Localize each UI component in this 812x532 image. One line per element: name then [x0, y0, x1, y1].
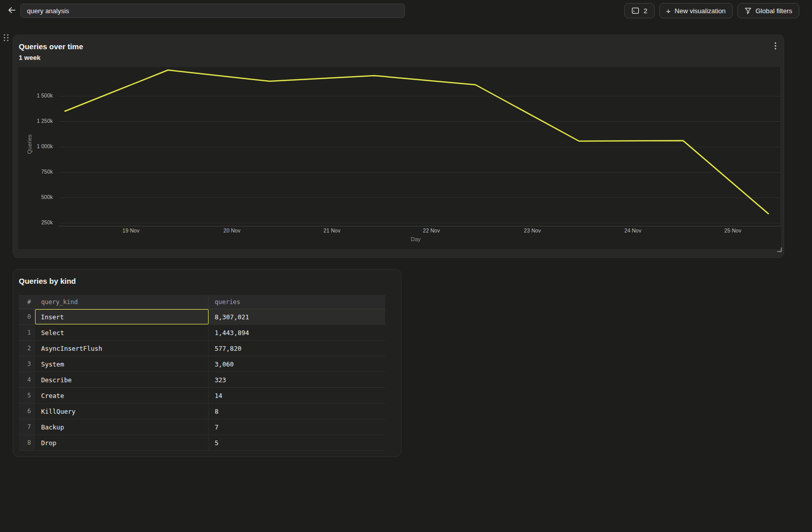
queries-count-cell[interactable]: 5	[209, 435, 385, 450]
table-row: 0Insert8,307,021	[19, 309, 385, 325]
panel-drag-handle-icon[interactable]	[3, 34, 10, 44]
y-gridline	[59, 121, 781, 122]
table-row: 1Select1,443,894	[19, 325, 385, 341]
console-count: 2	[644, 7, 647, 15]
y-tick-label: 1 500k	[18, 92, 53, 98]
table-row: 4Describe323	[19, 372, 385, 388]
y-gridline	[59, 96, 781, 96]
query-kind-cell[interactable]: Backup	[35, 419, 209, 435]
top-bar: 2 + New visualization Global filters	[0, 0, 812, 21]
table-row: 8Drop5	[19, 435, 385, 451]
table-row: 2AsyncInsertFlush577,820	[19, 341, 385, 356]
row-index-cell: 7	[19, 419, 35, 435]
query-kind-cell[interactable]: Select	[35, 325, 209, 340]
column-header-index[interactable]: #	[19, 295, 35, 309]
back-button[interactable]	[4, 3, 19, 18]
x-tick-label: 19 Nov	[116, 227, 146, 234]
queries-count-cell[interactable]: 577,820	[209, 341, 385, 356]
query-kind-cell[interactable]: Drop	[35, 435, 209, 450]
row-index-cell: 8	[19, 435, 35, 450]
queries-line-series	[18, 67, 781, 249]
plus-icon: +	[666, 7, 671, 15]
global-filters-label: Global filters	[756, 7, 792, 15]
new-visualization-label: New visualization	[674, 7, 725, 15]
y-tick-label: 250k	[18, 219, 53, 225]
row-index-cell: 4	[19, 372, 35, 387]
kebab-vertical-icon	[774, 44, 776, 51]
queries-count-cell[interactable]: 8	[209, 404, 385, 419]
y-tick-label: 500k	[18, 194, 53, 200]
query-kind-cell[interactable]: System	[35, 356, 209, 372]
arrow-left-icon	[8, 6, 16, 16]
query-kind-cell[interactable]: Insert	[35, 309, 209, 324]
global-filters-button[interactable]: Global filters	[737, 3, 799, 18]
query-kind-cell[interactable]: Describe	[35, 372, 209, 387]
column-header-query_kind[interactable]: query_kind	[35, 295, 209, 309]
queries-count-cell[interactable]: 323	[209, 372, 385, 387]
row-index-cell: 3	[19, 356, 35, 372]
x-tick-label: 24 Nov	[618, 227, 648, 234]
y-gridline	[59, 223, 781, 223]
y-gridline	[59, 172, 781, 173]
table-row: 6KillQuery8	[19, 404, 385, 419]
query-kind-cell[interactable]: AsyncInsertFlush	[35, 341, 209, 356]
queries-count-cell[interactable]: 1,443,894	[209, 325, 385, 340]
new-visualization-button[interactable]: + New visualization	[659, 3, 733, 18]
table-panel: Queries by kind #query_kindqueries0Inser…	[13, 269, 401, 457]
x-tick-label: 25 Nov	[718, 227, 748, 234]
row-index-cell: 6	[19, 404, 35, 419]
query-kind-cell[interactable]: Create	[35, 388, 209, 403]
y-gridline	[59, 197, 781, 198]
queries-by-kind-table: #query_kindqueries0Insert8,307,0211Selec…	[19, 295, 385, 451]
y-tick-label: 750k	[18, 169, 53, 175]
table-row: 7Backup7	[19, 419, 385, 435]
table-row: 3System3,060	[19, 356, 385, 372]
queries-count-cell[interactable]: 3,060	[209, 356, 385, 372]
y-tick-label: 1 000k	[18, 143, 53, 149]
queries-count-cell[interactable]: 8,307,021	[209, 309, 385, 324]
x-tick-label: 21 Nov	[317, 227, 347, 234]
panel-resize-handle[interactable]	[776, 245, 782, 254]
chart-subtitle: 1 week	[19, 54, 83, 61]
chart-panel: Queries over time 1 week Queries Day 1 5…	[13, 35, 784, 258]
column-header-queries[interactable]: queries	[209, 295, 385, 309]
topbar-actions: 2 + New visualization Global filters	[624, 3, 799, 18]
table-panel-header: Queries by kind	[19, 277, 76, 285]
funnel-icon	[745, 7, 752, 14]
row-index-cell: 5	[19, 388, 35, 403]
table-header-row: #query_kindqueries	[19, 295, 385, 309]
queries-count-cell[interactable]: 14	[209, 388, 385, 403]
chart-menu-button[interactable]	[772, 40, 779, 53]
table-title: Queries by kind	[19, 277, 76, 285]
y-tick-label: 1 250k	[18, 118, 53, 124]
x-tick-label: 23 Nov	[517, 227, 548, 234]
query-kind-cell[interactable]: KillQuery	[35, 404, 209, 419]
line-chart-plot-area[interactable]: Queries Day 1 500k1 250k1 000k750k500k25…	[18, 67, 781, 249]
x-tick-label: 20 Nov	[217, 227, 247, 234]
chart-title: Queries over time	[19, 42, 83, 51]
row-index-cell: 0	[19, 309, 35, 324]
sql-console-icon	[631, 7, 639, 15]
y-gridline	[59, 147, 781, 147]
dashboard-title-input[interactable]	[20, 4, 405, 18]
chart-panel-header: Queries over time 1 week	[19, 42, 83, 61]
row-index-cell: 2	[19, 341, 35, 356]
queries-count-cell[interactable]: 7	[209, 419, 385, 435]
sql-console-count-button[interactable]: 2	[624, 3, 654, 18]
table-row: 5Create14	[19, 388, 385, 404]
x-tick-label: 22 Nov	[416, 227, 447, 234]
row-index-cell: 1	[19, 325, 35, 340]
